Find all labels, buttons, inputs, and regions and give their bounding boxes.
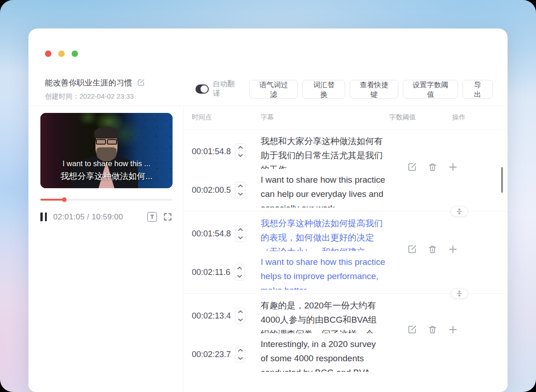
fullscreen-icon[interactable]	[163, 212, 173, 222]
seek-fill	[40, 199, 64, 201]
delete-icon[interactable]	[428, 244, 437, 254]
maximize-window-button[interactable]	[72, 50, 78, 57]
time-stepper[interactable]	[235, 346, 246, 363]
chevron-down-icon[interactable]	[235, 316, 245, 324]
pause-button[interactable]	[40, 213, 47, 221]
subtitle-text[interactable]: 有趣的是，2020年一份大约有4000人参与的由BCG和BVA组织的调查问卷，问…	[261, 298, 385, 333]
chevron-up-icon[interactable]	[235, 347, 245, 355]
time-stepper[interactable]	[235, 308, 246, 324]
chevron-up-icon[interactable]	[235, 144, 245, 152]
export-button[interactable]: 导出	[463, 80, 493, 99]
window-controls	[45, 50, 78, 57]
subtitle-row: 00:02:00.5 I want to share how this prac…	[192, 173, 508, 207]
subtitle-text[interactable]: 我想和大家分享这种做法如何有助于我们的日常生活尤其是我们的工作	[261, 134, 385, 169]
title-block: 能改善你职业生涯的习惯 创建时间：2022-04-02 23:33	[45, 78, 195, 101]
created-time-label: 创建时间：2022-04-02 23:33	[45, 92, 195, 101]
chevron-down-icon[interactable]	[235, 273, 245, 280]
merge-icon	[456, 290, 463, 297]
merge-rows-button[interactable]	[451, 288, 468, 299]
add-icon[interactable]	[448, 325, 458, 335]
table-scrollbar[interactable]	[501, 167, 503, 193]
chevron-up-icon[interactable]	[235, 308, 245, 316]
merge-icon	[456, 208, 463, 215]
filler-word-filter-button[interactable]: 语气词过滤	[249, 80, 298, 99]
speaker-glasses	[96, 139, 117, 144]
video-player: I want to share how this ... 我想分享这种做法如何.…	[40, 113, 173, 222]
col-header-subtitle: 字幕	[261, 113, 389, 122]
close-window-button[interactable]	[45, 50, 51, 57]
edit-icon[interactable]	[407, 162, 417, 172]
chevron-up-icon[interactable]	[235, 264, 245, 273]
row-actions	[407, 162, 458, 172]
timestamp[interactable]: 00:02:11.6	[192, 268, 230, 277]
timestamp[interactable]: 00:02:13.4	[192, 311, 231, 321]
auto-translate-label: 自动翻译	[212, 79, 237, 99]
subtitle-row: 00:01:54.8 我想分享这种做法如何提高我们的表现，如何做出更好的决定（无…	[192, 216, 508, 251]
minimize-window-button[interactable]	[58, 50, 65, 57]
col-header-threshold: 字数阈值	[389, 113, 452, 122]
time-stepper[interactable]	[235, 182, 246, 198]
view-shortcuts-button[interactable]: 查看快捷键	[350, 80, 398, 99]
edit-icon[interactable]	[407, 325, 417, 335]
timestamp[interactable]: 00:01:54.8	[192, 229, 231, 239]
header: 能改善你职业生涯的习惯 创建时间：2022-04-02 23:33 自动翻译 语…	[45, 73, 493, 106]
toolbar: 自动翻译 语气词过滤 词汇替换 查看快捷键 设置字数阈值 导出	[195, 79, 493, 99]
seek-bar[interactable]	[40, 197, 173, 202]
player-controls: 02:01:05 / 10:59:00 T	[40, 212, 173, 222]
timestamp[interactable]: 00:01:54.8	[192, 147, 231, 157]
row-actions	[407, 244, 458, 254]
col-header-actions: 操作	[452, 113, 508, 122]
chevron-down-icon[interactable]	[235, 190, 245, 198]
chevron-down-icon[interactable]	[235, 355, 245, 363]
time-display: 02:01:05 / 10:59:00	[53, 213, 123, 222]
time-stepper[interactable]	[234, 264, 245, 280]
edit-title-icon[interactable]	[137, 78, 145, 87]
chevron-up-icon[interactable]	[235, 226, 245, 234]
subtitle-text[interactable]: I want to share how this practice can he…	[261, 173, 385, 207]
time-stepper[interactable]	[235, 143, 246, 160]
word-replace-button[interactable]: 词汇替换	[302, 80, 345, 99]
subtitle-row: 00:02:13.4 有趣的是，2020年一份大约有4000人参与的由BCG和B…	[192, 298, 508, 333]
chevron-down-icon[interactable]	[235, 234, 245, 242]
seek-handle[interactable]	[62, 197, 67, 202]
subtitle-text[interactable]: I want to share how this practice helps …	[261, 255, 385, 290]
subtitle-text[interactable]: 我想分享这种做法如何提高我们的表现，如何做出更好的决定（无论大小）、和如何建立	[261, 216, 385, 251]
table-header: 时间点 字幕 字数阈值 操作	[184, 106, 508, 129]
page-title: 能改善你职业生涯的习惯	[45, 78, 132, 88]
subtitle-table: 时间点 字幕 字数阈值 操作 00:01:54.8	[184, 106, 508, 392]
chevron-up-icon[interactable]	[235, 182, 245, 190]
add-icon[interactable]	[448, 162, 458, 172]
chevron-down-icon[interactable]	[235, 152, 245, 160]
subtitle-group: 00:02:13.4 有趣的是，2020年一份大约有4000人参与的由BCG和B…	[184, 294, 508, 372]
time-stepper[interactable]	[235, 225, 246, 242]
desktop-background: 能改善你职业生涯的习惯 创建时间：2022-04-02 23:33 自动翻译 语…	[0, 0, 536, 392]
speaker-hair	[94, 127, 119, 139]
caption-toggle-icon[interactable]: T	[147, 212, 157, 222]
video-subtitle-en: I want to share how this ...	[40, 159, 173, 168]
subtitle-row: 00:01:54.8 我想和大家分享这种做法如何有助于我们的日常生活尤其是我们的…	[192, 134, 508, 169]
subtitle-group: 00:01:54.8 我想和大家分享这种做法如何有助于我们的日常生活尤其是我们的…	[184, 129, 508, 212]
subtitle-text[interactable]: Interestingly, in a 2020 survey of some …	[261, 337, 385, 372]
auto-translate-toggle[interactable]	[195, 84, 209, 94]
video-subtitle-zh: 我想分享这种做法如何...	[40, 170, 173, 182]
set-word-threshold-button[interactable]: 设置字数阈值	[403, 80, 458, 99]
timestamp[interactable]: 00:02:00.5	[192, 185, 231, 195]
delete-icon[interactable]	[428, 325, 437, 335]
add-icon[interactable]	[448, 244, 458, 254]
table-body: 00:01:54.8 我想和大家分享这种做法如何有助于我们的日常生活尤其是我们的…	[184, 129, 508, 372]
app-window: 能改善你职业生涯的习惯 创建时间：2022-04-02 23:33 自动翻译 语…	[28, 28, 508, 392]
auto-translate-toggle-group: 自动翻译	[195, 79, 237, 99]
subtitle-row: 00:02:23.7 Interestingly, in a 2020 surv…	[192, 337, 508, 372]
edit-icon[interactable]	[407, 244, 417, 254]
video-frame[interactable]: I want to share how this ... 我想分享这种做法如何.…	[40, 113, 173, 188]
col-header-time: 时间点	[192, 113, 261, 122]
subtitle-row: 00:02:11.6 I want to share how this prac…	[192, 255, 508, 290]
delete-icon[interactable]	[428, 162, 437, 172]
row-actions	[407, 325, 458, 335]
toggle-knob	[201, 85, 208, 93]
timestamp[interactable]: 00:02:23.7	[192, 350, 231, 359]
merge-rows-button[interactable]	[451, 206, 468, 217]
subtitle-group: 00:01:54.8 我想分享这种做法如何提高我们的表现，如何做出更好的决定（无…	[184, 212, 508, 294]
